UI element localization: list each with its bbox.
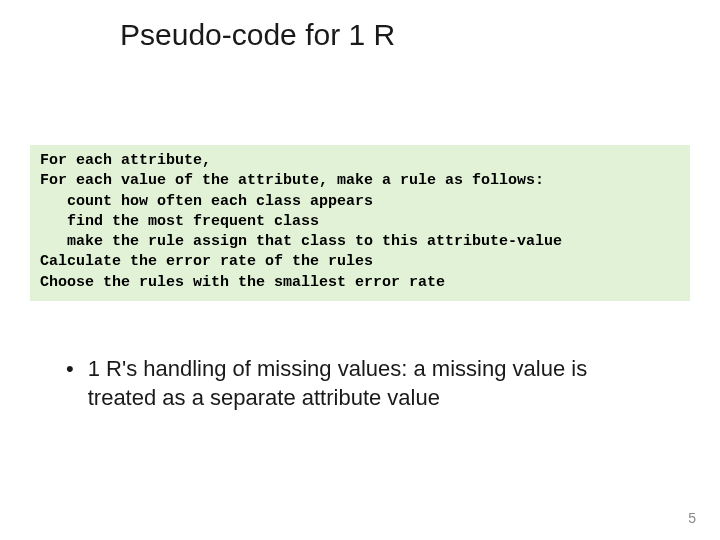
bullet-marker: •	[66, 355, 74, 384]
pseudocode-block: For each attribute, For each value of th…	[30, 145, 690, 301]
bullet-text: 1 R's handling of missing values: a miss…	[88, 355, 660, 412]
page-number: 5	[688, 510, 696, 526]
slide-title: Pseudo-code for 1 R	[120, 18, 395, 52]
bullet-item: • 1 R's handling of missing values: a mi…	[66, 355, 660, 412]
